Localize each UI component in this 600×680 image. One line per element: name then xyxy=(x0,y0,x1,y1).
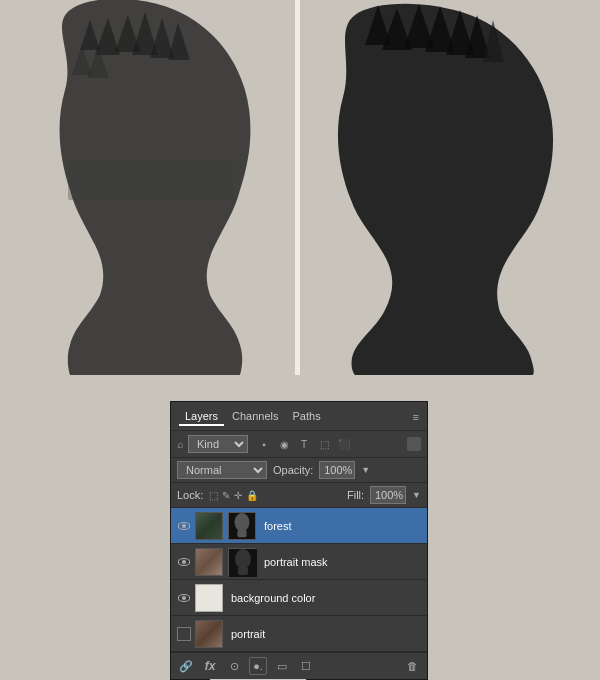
add-layer-icon[interactable]: ☐ xyxy=(297,657,315,675)
lock-row: Lock: ⬚ ✎ ✛ 🔒 Fill: ▼ xyxy=(171,483,427,508)
lock-label: Lock: xyxy=(177,489,203,501)
add-vector-mask-wrap: ●. Add vector mask xyxy=(249,657,267,675)
panel-menu-icon[interactable]: ≡ xyxy=(413,411,419,423)
kind-select[interactable]: Kind xyxy=(188,435,248,453)
svg-rect-8 xyxy=(238,567,248,575)
filter-row: ⌕ Kind ▪ ◉ T ⬚ ⬛ xyxy=(171,431,427,458)
layer-row-forest[interactable]: forest xyxy=(171,508,427,544)
fx-icon[interactable]: fx xyxy=(201,657,219,675)
layer-name-portrait-mask: portrait mask xyxy=(264,556,328,568)
layers-panel: Layers Channels Paths ≡ ⌕ Kind ▪ ◉ T ⬚ ⬛… xyxy=(170,401,428,680)
visibility-portrait[interactable] xyxy=(177,627,191,641)
svg-point-7 xyxy=(235,549,251,569)
visibility-forest[interactable] xyxy=(177,519,191,533)
layer-row-background-color[interactable]: background color xyxy=(171,580,427,616)
panel-header: Layers Channels Paths ≡ xyxy=(171,402,427,431)
lock-move-icon[interactable]: ✛ xyxy=(234,490,242,501)
silhouette-right-svg xyxy=(300,0,600,375)
blend-row: Normal Opacity: ▼ xyxy=(171,458,427,483)
mask-portrait-mask xyxy=(228,548,256,576)
layer-name-forest: forest xyxy=(264,520,292,532)
opacity-input[interactable] xyxy=(319,461,355,479)
shape-filter-icon[interactable]: ⬚ xyxy=(316,436,332,452)
tab-layers[interactable]: Layers xyxy=(179,408,224,426)
blend-mode-select[interactable]: Normal xyxy=(177,461,267,479)
text-filter-icon[interactable]: T xyxy=(296,436,312,452)
canvas-left xyxy=(0,0,295,375)
opacity-label: Opacity: xyxy=(273,464,313,476)
pixel-filter-icon[interactable]: ▪ xyxy=(256,436,272,452)
thumb-portrait-mask-layer xyxy=(195,548,223,576)
lock-all-icon[interactable]: 🔒 xyxy=(246,490,258,501)
tab-channels[interactable]: Channels xyxy=(226,408,284,426)
lock-paint-icon[interactable]: ✎ xyxy=(222,490,230,501)
tab-paths[interactable]: Paths xyxy=(287,408,327,426)
filter-toggle[interactable] xyxy=(407,437,421,451)
layer-name-background-color: background color xyxy=(231,592,315,604)
delete-icon[interactable]: 🗑 xyxy=(403,657,421,675)
adjustment-filter-icon[interactable]: ◉ xyxy=(276,436,292,452)
svg-rect-1 xyxy=(68,160,233,200)
thumb-background-color xyxy=(195,584,223,612)
fill-label: Fill: xyxy=(347,489,364,501)
lock-icons: ⬚ ✎ ✛ 🔒 xyxy=(209,490,258,501)
link-icon[interactable]: 🔗 xyxy=(177,657,195,675)
add-vector-mask-button[interactable]: ●. xyxy=(249,657,267,675)
layer-name-portrait: portrait xyxy=(231,628,265,640)
thumb-forest xyxy=(195,512,223,540)
thumb-portrait xyxy=(195,620,223,648)
folder-icon[interactable]: ▭ xyxy=(273,657,291,675)
visibility-portrait-mask[interactable] xyxy=(177,555,191,569)
layer-row-portrait[interactable]: portrait xyxy=(171,616,427,652)
search-icon: ⌕ xyxy=(177,438,184,450)
circle-icon[interactable]: ⊙ xyxy=(225,657,243,675)
lock-transparent-icon[interactable]: ⬚ xyxy=(209,490,218,501)
fill-arrow[interactable]: ▼ xyxy=(412,490,421,500)
panel-tabs: Layers Channels Paths xyxy=(179,408,327,426)
canvas-divider xyxy=(295,0,300,375)
mask-forest xyxy=(228,512,256,540)
bottom-toolbar: 🔗 fx ⊙ ●. Add vector mask ▭ ☐ 🗑 xyxy=(171,652,427,679)
canvas-right xyxy=(300,0,600,375)
filter-icons: ▪ ◉ T ⬚ ⬛ xyxy=(256,436,352,452)
svg-rect-5 xyxy=(237,529,246,536)
silhouette-left-svg xyxy=(0,0,295,375)
opacity-arrow[interactable]: ▼ xyxy=(361,465,370,475)
canvas-area xyxy=(0,0,600,375)
fill-input[interactable] xyxy=(370,486,406,504)
svg-point-4 xyxy=(235,513,250,532)
smart-filter-icon[interactable]: ⬛ xyxy=(336,436,352,452)
visibility-background-color[interactable] xyxy=(177,591,191,605)
layer-row-portrait-mask[interactable]: portrait mask xyxy=(171,544,427,580)
